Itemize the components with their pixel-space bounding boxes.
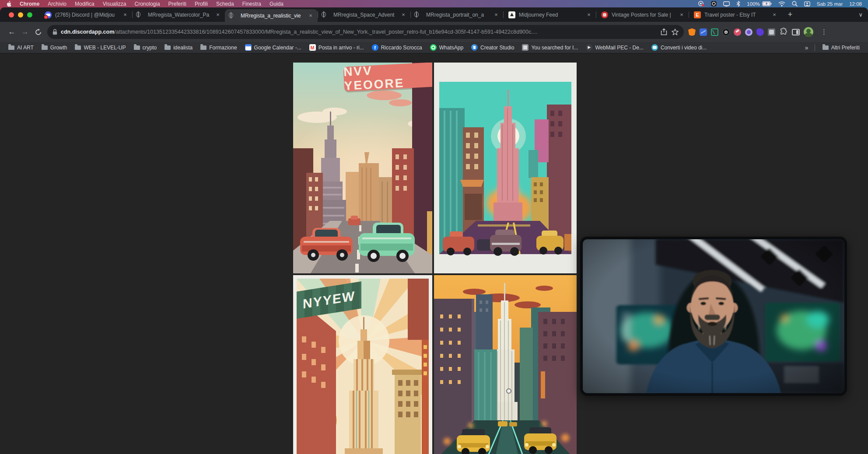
bookmark-folder-growth[interactable]: Growth (38, 44, 71, 52)
back-button[interactable]: ← (5, 25, 18, 38)
url-path: /attachments/1013512335442333816/1089142… (114, 29, 537, 35)
tab-space-adventure[interactable]: MRregista_Space_Advent × (318, 7, 410, 22)
zoom-window-button[interactable] (27, 12, 32, 17)
menu-profili[interactable]: Profili (195, 1, 208, 7)
spotlight-search-icon[interactable] (792, 1, 798, 7)
bookmark-webmail-pec[interactable]: WebMail PEC - De... (582, 43, 647, 52)
poster-title-text: NYYEW (303, 288, 355, 311)
bookmark-whatsapp[interactable]: WhatsApp (426, 43, 467, 52)
bookmark-star-icon[interactable] (672, 28, 679, 35)
display-icon[interactable] (723, 1, 730, 7)
apple-icon (6, 1, 11, 7)
extensions-puzzle-icon[interactable] (779, 28, 788, 36)
minimize-window-button[interactable] (18, 12, 23, 17)
gray-extension-icon[interactable] (768, 28, 775, 36)
bookmark-google-calendar[interactable]: Google Calendar -... (241, 43, 305, 52)
bookmark-label: Altri Preferiti (831, 45, 860, 51)
sidebar-icon[interactable] (792, 29, 800, 35)
tab-portrait[interactable]: MRregista_portrait_on_a × (410, 7, 503, 22)
bookmark-label: Formazione (209, 45, 237, 51)
bookmark-creator-studio[interactable]: Creator Studio (467, 43, 518, 52)
menubar-time[interactable]: 12:08 (849, 1, 862, 7)
bookmark-converti-video[interactable]: Converti i video di... (648, 43, 710, 52)
green-n-extension-icon[interactable] (711, 28, 718, 36)
blue-extension-icon[interactable] (700, 28, 707, 36)
record-icon[interactable] (711, 1, 717, 7)
close-icon[interactable]: × (307, 12, 314, 19)
bookmarks-overflow-chevron[interactable]: » (802, 44, 811, 51)
bookmark-folder-crypto[interactable]: crypto (130, 44, 161, 52)
close-icon[interactable]: × (122, 11, 129, 18)
tabs: (2765) Discord | @Midjou × MRregista_Wat… (39, 7, 781, 22)
close-icon[interactable]: × (400, 11, 407, 18)
close-icon[interactable]: × (493, 11, 500, 18)
forward-button[interactable]: → (18, 25, 32, 38)
tab-label: Vintage Posters for Sale | (612, 12, 675, 18)
new-tab-button[interactable]: + (784, 9, 796, 21)
close-icon[interactable]: × (678, 11, 685, 18)
close-window-button[interactable] (9, 12, 14, 17)
profile-avatar[interactable] (804, 27, 813, 37)
bookmark-facebook-profile[interactable]: fRiccardo Scrocca (368, 43, 426, 52)
battery-percent: 100% (747, 1, 760, 7)
purple-extension-icon[interactable] (756, 28, 764, 36)
menu-visualizza[interactable]: Visualizza (103, 1, 126, 7)
tab-realistic-view-active[interactable]: MRregista_a_realistic_vie × (225, 9, 318, 22)
bookmark-label: Posta in arrivo - ri... (318, 45, 364, 51)
tab-etsy[interactable]: E Travel poster - Etsy IT × (689, 7, 781, 22)
bookmark-folder-web-level-up[interactable]: WEB - LEVEL-UP (71, 44, 130, 52)
user-switch-icon[interactable] (804, 1, 810, 7)
tab-search-chevron[interactable]: ∨ (858, 7, 863, 22)
chrome-menu-icon[interactable]: ⋮ (821, 28, 827, 36)
menu-cronologia[interactable]: Cronologia (135, 1, 160, 7)
tab-watercolor[interactable]: MRregista_Watercolor_Pa × (132, 7, 225, 22)
close-icon[interactable]: × (585, 11, 592, 18)
bookmark-label: Riccardo Scrocca (381, 45, 422, 51)
menu-scheda[interactable]: Scheda (216, 1, 234, 7)
bookmark-label: WEB - LEVEL-UP (84, 45, 126, 51)
tab-vintage-posters[interactable]: Vintage Posters for Sale | × (596, 7, 689, 22)
poster-top-right-image (434, 63, 577, 273)
close-icon[interactable]: × (771, 11, 778, 18)
dark-extension-icon[interactable] (722, 28, 730, 36)
bookmark-you-searched[interactable]: You searched for I... (518, 43, 582, 52)
bluetooth-icon[interactable] (736, 1, 740, 7)
lock-icon (52, 29, 57, 35)
tab-midjourney-feed[interactable]: Midjourney Feed × (503, 7, 596, 22)
share-icon[interactable] (661, 28, 667, 35)
folder-icon (822, 45, 829, 50)
red-extension-icon[interactable] (734, 28, 741, 36)
lavender-extension-icon[interactable] (745, 28, 752, 36)
macos-menubar: Chrome Archivio Modifica Visualizza Cron… (0, 0, 868, 7)
reload-button[interactable] (32, 25, 45, 38)
url-text: cdn.discordapp.com/attachments/101351233… (61, 29, 657, 35)
menubar-date[interactable]: Sab 25 mar (817, 1, 843, 7)
menu-finestra[interactable]: Finestra (242, 1, 261, 7)
vintage-posters-favicon (601, 11, 608, 18)
wifi-icon[interactable] (778, 1, 785, 7)
menu-modifica[interactable]: Modifica (75, 1, 94, 7)
cast-icon[interactable] (698, 1, 704, 7)
bookmark-gmail-inbox[interactable]: MPosta in arrivo - ri... (305, 43, 368, 52)
bookmark-folder-idealista[interactable]: idealista (161, 44, 196, 52)
whatsapp-icon (430, 44, 437, 51)
menu-chrome[interactable]: Chrome (20, 1, 39, 7)
apple-menu[interactable] (6, 1, 11, 7)
menu-archivio[interactable]: Archivio (48, 1, 66, 7)
metamask-extension-icon[interactable] (688, 28, 696, 36)
close-icon[interactable]: × (214, 11, 221, 18)
chrome-window: (2765) Discord | @Midjou × MRregista_Wat… (0, 7, 868, 454)
webcam-video (583, 239, 844, 393)
other-favorites-folder[interactable]: Altri Preferiti (819, 44, 864, 52)
bookmark-folder-formazione[interactable]: Formazione (196, 44, 241, 52)
menu-guida[interactable]: Guida (270, 1, 284, 7)
bookmark-folder-ai-art[interactable]: AI ART (4, 44, 38, 52)
bookmark-label: crypto (143, 45, 157, 51)
menu-preferiti[interactable]: Preferiti (168, 1, 186, 7)
bookmark-label: WhatsApp (439, 45, 463, 51)
converter-icon (651, 44, 658, 51)
facebook-icon: f (372, 44, 378, 51)
battery-status[interactable]: 100% (747, 1, 771, 7)
tab-discord[interactable]: (2765) Discord | @Midjou × (39, 7, 132, 22)
address-bar[interactable]: cdn.discordapp.com/attachments/101351233… (47, 25, 684, 39)
